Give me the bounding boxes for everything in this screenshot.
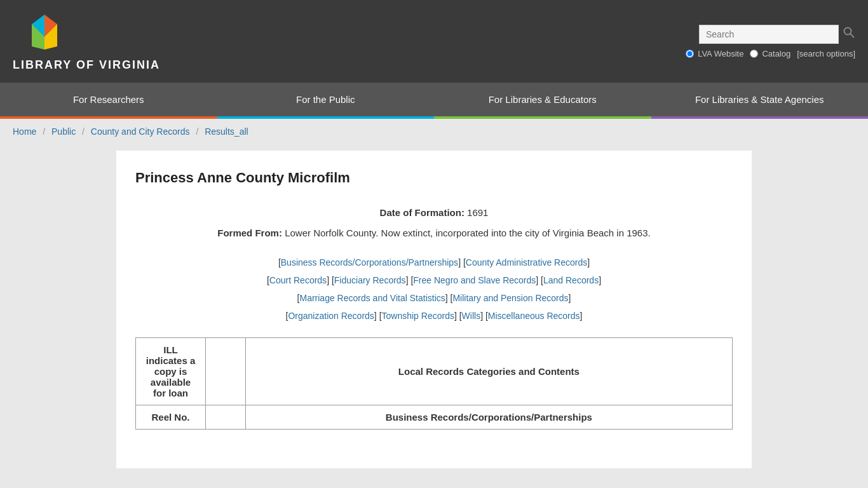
link-marriage[interactable]: Marriage Records and Vital Statistics	[299, 293, 445, 303]
date-label: Date of Formation:	[380, 207, 465, 218]
logo-area: LIBRARY OF VIRGINIA	[13, 11, 160, 72]
link-land-records[interactable]: Land Records	[543, 275, 599, 285]
nav-item-agencies[interactable]: For Libraries & State Agencies	[651, 83, 869, 119]
link-township[interactable]: Township Records	[382, 311, 454, 321]
table-header-reel: Reel No.	[136, 405, 206, 430]
links-row-3: [Marriage Records and Vital Statistics] …	[135, 289, 733, 307]
search-options-link[interactable]: [search options]	[797, 49, 855, 58]
link-organization[interactable]: Organization Records	[288, 311, 374, 321]
date-value: 1691	[467, 207, 488, 218]
table-header-row-2: Reel No. Business Records/Corporations/P…	[136, 405, 733, 430]
table-header-ill2	[206, 405, 246, 430]
lva-website-radio[interactable]	[686, 50, 694, 58]
link-free-negro[interactable]: Free Negro and Slave Records	[413, 275, 536, 285]
table-header-ill: ILL indicates a copy is available for lo…	[136, 338, 206, 405]
table-header-empty	[206, 338, 246, 405]
svg-point-4	[844, 28, 851, 35]
lva-website-radio-group[interactable]: LVA Website	[686, 49, 743, 58]
table-header-row-1: ILL indicates a copy is available for lo…	[136, 338, 733, 405]
site-header: LIBRARY OF VIRGINIA LVA Website Catalog …	[0, 0, 868, 83]
search-icon	[843, 26, 855, 39]
link-county-admin[interactable]: County Administrative Records	[466, 257, 587, 268]
link-court-records[interactable]: Court Records	[269, 275, 327, 285]
catalog-label: Catalog	[762, 49, 790, 58]
records-table: ILL indicates a copy is available for lo…	[135, 337, 733, 430]
breadcrumb-public[interactable]: Public	[51, 126, 76, 137]
nav-item-educators[interactable]: For Libraries & Educators	[434, 83, 651, 119]
breadcrumb: Home / Public / County and City Records …	[0, 119, 868, 144]
link-business-records[interactable]: Business Records/Corporations/Partnershi…	[281, 257, 458, 268]
link-military[interactable]: Military and Pension Records	[452, 293, 568, 303]
link-misc[interactable]: Miscellaneous Records	[488, 311, 580, 321]
table-header-category: Local Records Categories and Contents	[245, 338, 732, 405]
logo-text: LIBRARY OF VIRGINIA	[13, 58, 160, 72]
links-row-2: [Court Records] [Fiduciary Records] [Fre…	[135, 271, 733, 289]
formed-from-line: Formed From: Lower Norfolk County. Now e…	[135, 226, 733, 241]
nav-item-researchers[interactable]: For Researchers	[0, 83, 217, 119]
info-section: Date of Formation: 1691 Formed From: Low…	[135, 205, 733, 241]
date-of-formation-line: Date of Formation: 1691	[135, 205, 733, 220]
links-row-1: [Business Records/Corporations/Partnersh…	[135, 254, 733, 271]
svg-line-5	[850, 34, 854, 37]
breadcrumb-county-records[interactable]: County and City Records	[91, 126, 190, 137]
search-button[interactable]	[843, 26, 855, 42]
record-links-section: [Business Records/Corporations/Partnersh…	[135, 254, 733, 325]
formed-from-label: Formed From:	[217, 227, 282, 238]
formed-from-value: Lower Norfolk County. Now extinct, incor…	[285, 227, 651, 238]
search-area: LVA Website Catalog [search options]	[686, 25, 855, 58]
search-input[interactable]	[699, 25, 839, 44]
main-content: Princess Anne County Microfilm Date of F…	[116, 151, 752, 468]
breadcrumb-home[interactable]: Home	[13, 126, 36, 137]
links-row-4: [Organization Records] [Township Records…	[135, 307, 733, 325]
logo-icon	[25, 11, 64, 56]
table-header-category2: Business Records/Corporations/Partnershi…	[245, 405, 732, 430]
catalog-radio-group[interactable]: Catalog	[750, 49, 790, 58]
main-nav: For Researchers For the Public For Libra…	[0, 83, 868, 119]
link-wills[interactable]: Wills	[462, 311, 481, 321]
catalog-radio[interactable]	[750, 50, 758, 58]
page-title: Princess Anne County Microfilm	[135, 170, 733, 186]
link-fiduciary[interactable]: Fiduciary Records	[334, 275, 406, 285]
lva-website-label: LVA Website	[698, 49, 743, 58]
nav-item-public[interactable]: For the Public	[217, 83, 435, 119]
breadcrumb-results-all[interactable]: Results_all	[205, 126, 248, 137]
